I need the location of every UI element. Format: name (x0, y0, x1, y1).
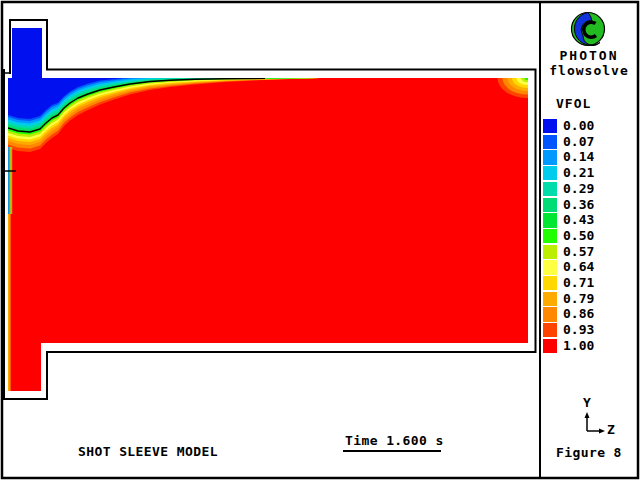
legend-row: 0.43 (543, 213, 633, 229)
legend-swatch (543, 339, 557, 353)
legend-value: 0.14 (563, 150, 594, 164)
axis-z-label: Z (607, 423, 615, 436)
legend-swatch (543, 166, 557, 180)
legend-swatch (543, 198, 557, 212)
legend-row: 0.36 (543, 198, 633, 214)
legend-value: 0.00 (563, 119, 594, 133)
legend-row: 0.14 (543, 150, 633, 166)
legend-swatch (543, 323, 557, 337)
air-pocket-band (525, 76, 531, 80)
time-label: Time 1.600 s (345, 434, 444, 447)
legend-row: 0.00 (543, 119, 633, 135)
legend-swatch (543, 245, 557, 259)
legend-value: 1.00 (563, 339, 594, 353)
legend-value: 0.21 (563, 166, 594, 180)
axis-indicator-icon (585, 412, 606, 434)
legend-value: 0.57 (563, 245, 594, 259)
legend-row: 1.00 (543, 339, 633, 355)
legend-value: 0.36 (563, 198, 594, 212)
axis-y-label: Y (580, 396, 594, 409)
legend-row: 0.79 (543, 292, 633, 308)
legend-row: 0.57 (543, 245, 633, 261)
legend-row: 0.71 (543, 276, 633, 292)
app-name: PHOTON (540, 49, 638, 62)
legend-value: 0.71 (563, 276, 594, 290)
legend-row: 0.50 (543, 229, 633, 245)
legend-value: 0.79 (563, 292, 594, 306)
photon-logo-icon (572, 13, 605, 46)
legend-swatch (543, 307, 557, 321)
legend-value: 0.93 (563, 323, 594, 337)
legend-swatch (543, 229, 557, 243)
legend-value: 0.86 (563, 307, 594, 321)
legend-row: 0.21 (543, 166, 633, 182)
legend-value: 0.50 (563, 229, 594, 243)
legend-row: 0.93 (543, 323, 633, 339)
legend-swatch (543, 260, 557, 274)
legend-row: 0.07 (543, 135, 633, 151)
time-underline (343, 450, 441, 452)
legend-title: VFOL (556, 97, 591, 110)
legend-swatch (543, 150, 557, 164)
figure-label: Figure 8 (556, 446, 622, 459)
legend-row: 0.64 (543, 260, 633, 276)
model-title: SHOT SLEEVE MODEL (78, 445, 218, 458)
legend-swatch (543, 119, 557, 133)
product-name: flowsolve (540, 64, 638, 77)
photon-flowsolve-screen: PHOTON flowsolve VFOL 0.000.070.140.210.… (0, 0, 640, 480)
legend-swatch (543, 213, 557, 227)
legend-row: 0.86 (543, 307, 633, 323)
legend-value: 0.43 (563, 213, 594, 227)
legend-row: 0.29 (543, 182, 633, 198)
legend-swatch (543, 135, 557, 149)
legend-swatch (543, 292, 557, 306)
legend-value: 0.07 (563, 135, 594, 149)
legend-value: 0.64 (563, 260, 594, 274)
legend-swatch (543, 276, 557, 290)
contour-field (8, 8, 558, 391)
legend-value: 0.29 (563, 182, 594, 196)
legend-swatch (543, 182, 557, 196)
